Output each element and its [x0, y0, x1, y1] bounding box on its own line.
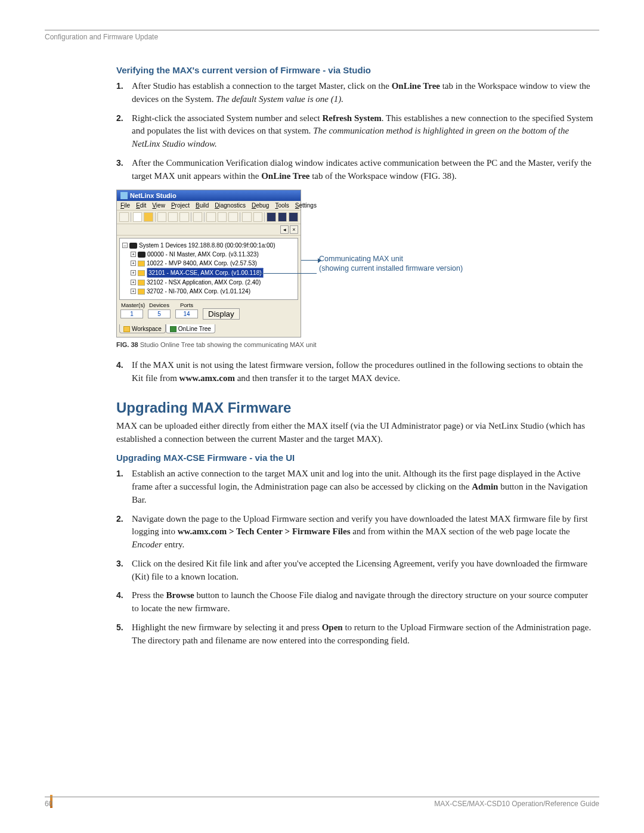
figure-caption: FIG. 38 Studio Online Tree tab showing t… [116, 341, 593, 348]
devices-count: Devices5 [148, 309, 171, 318]
page-number: 60 [45, 800, 52, 808]
figure-window: NetLinx Studio File Edit View Project Bu… [116, 190, 301, 337]
figure-callout: Communicating MAX unit (showing current … [319, 254, 593, 274]
status-row: Master(s)1 Devices5 Ports14 Display [117, 302, 301, 322]
tree-item[interactable]: 32702 - NI-700, AMX Corp. (v1.01.124) [147, 287, 250, 296]
step-text: Establish an active connection to the ta… [132, 467, 593, 506]
step-text: Right-click the associated System number… [132, 112, 593, 151]
section-heading-upgrade: Upgrading MAX Firmware [116, 400, 593, 416]
step-num: 1. [116, 80, 132, 106]
workspace-tabs[interactable]: Workspace OnLine Tree [117, 322, 301, 337]
step-text: Navigate down the page to the Upload Fir… [132, 513, 593, 552]
menu-build[interactable]: Build [196, 202, 209, 209]
glasses-icon[interactable] [133, 212, 143, 222]
tab-online-tree[interactable]: OnLine Tree [166, 324, 215, 333]
step-num: 5. [116, 621, 132, 648]
tree-item[interactable]: 10022 - MVP 8400, AMX Corp. (v2.57.53) [147, 259, 257, 268]
panel1-icon[interactable] [267, 212, 276, 222]
step-num: 2. [116, 112, 132, 151]
steps-list-2: 1. Establish an active connection to the… [116, 467, 593, 647]
expand-icon[interactable]: + [131, 270, 136, 275]
pane-navbar[interactable]: ◂ × [117, 224, 301, 236]
tab-workspace[interactable]: Workspace [119, 324, 166, 333]
display-button[interactable]: Display [203, 308, 240, 320]
steps-list-1: 1. After Studio has establish a connecti… [116, 80, 593, 182]
tree-item[interactable]: 00000 - NI Master, AMX Corp. (v3.11.323) [147, 250, 259, 259]
section-heading-verify: Verifying the MAX's current version of F… [116, 65, 593, 75]
window-titlebar: NetLinx Studio [117, 190, 301, 201]
step-num: 1. [116, 467, 132, 506]
device-icon [138, 261, 145, 267]
cut-icon[interactable] [206, 212, 216, 222]
panel3-icon[interactable] [289, 212, 298, 222]
toolbar[interactable] [117, 210, 301, 224]
tree-icon [170, 326, 177, 332]
home-icon[interactable] [157, 212, 167, 222]
device-icon [138, 289, 145, 295]
device-tree[interactable]: –System 1 Devices 192.188.8.80 (00:00:9f… [119, 238, 298, 300]
step-text: If the MAX unit is not using the latest … [132, 359, 593, 385]
steps-list-1b: 4. If the MAX unit is not using the late… [116, 359, 593, 385]
device-icon [138, 280, 145, 286]
step-num: 4. [116, 589, 132, 615]
paste-icon[interactable] [228, 212, 238, 222]
menu-edit[interactable]: Edit [136, 202, 146, 209]
step-num: 3. [116, 157, 132, 183]
menu-tools[interactable]: Tools [275, 202, 289, 209]
expand-icon[interactable]: + [131, 280, 136, 285]
menu-project[interactable]: Project [171, 202, 190, 209]
step-num: 3. [116, 558, 132, 584]
step-text: Click on the desired Kit file link and a… [132, 558, 593, 584]
menu-settings[interactable]: Settings [295, 202, 317, 209]
menu-file[interactable]: File [120, 202, 130, 209]
expand-icon[interactable]: + [131, 252, 136, 257]
breadcrumb: Configuration and Firmware Update [45, 33, 599, 41]
step-text: Press the Browse button to launch the Ch… [132, 589, 593, 615]
page-footer: 60 MAX-CSE/MAX-CSD10 Operation/Reference… [45, 797, 599, 808]
step-text: After Studio has establish a connection … [132, 80, 593, 106]
system-icon [129, 243, 137, 249]
menubar[interactable]: File Edit View Project Build Diagnostics… [117, 201, 301, 210]
folder-icon [123, 326, 130, 332]
device-icon [138, 252, 145, 258]
window-title: NetLinx Studio [130, 192, 177, 199]
doc-title: MAX-CSE/MAX-CSD10 Operation/Reference Gu… [434, 800, 599, 808]
expand-icon[interactable]: + [131, 289, 136, 294]
step-num: 2. [116, 513, 132, 552]
tree-item[interactable]: 32102 - NSX Application, AMX Corp. (2.40… [147, 278, 261, 287]
close-pane-icon[interactable]: × [290, 225, 298, 234]
intro-paragraph: MAX can be uploaded either directly from… [116, 420, 593, 446]
masters-count: Master(s)1 [120, 309, 143, 318]
new-icon[interactable] [119, 212, 129, 222]
step-num: 4. [116, 359, 132, 385]
tree-root[interactable]: System 1 Devices 192.188.8.80 (00:00:9f:… [139, 241, 275, 250]
expand-icon[interactable]: + [131, 261, 136, 266]
collapse-icon[interactable]: – [122, 243, 128, 248]
menu-diagnostics[interactable]: Diagnostics [215, 202, 246, 209]
menu-debug[interactable]: Debug [252, 202, 269, 209]
callout-arrow [257, 273, 317, 274]
ports-count: Ports14 [175, 309, 198, 318]
device-icon [138, 270, 145, 276]
menu-view[interactable]: View [152, 202, 165, 209]
step-text: After the Communication Verification dia… [132, 157, 593, 183]
open-icon[interactable] [144, 212, 153, 222]
undo-icon[interactable] [242, 212, 252, 222]
panel2-icon[interactable] [278, 212, 287, 222]
print-icon[interactable] [193, 212, 203, 222]
step-text: Highlight the new firmware by selecting … [132, 621, 593, 648]
redo-icon[interactable] [253, 212, 263, 222]
scroll-left-icon[interactable]: ◂ [280, 225, 289, 234]
copy-icon[interactable] [218, 212, 227, 222]
app-icon [120, 192, 128, 199]
saveall-icon[interactable] [179, 212, 189, 222]
save-icon[interactable] [168, 212, 178, 222]
section-heading-upgrade-ui: Upgrading MAX-CSE Firmware - via the UI [116, 453, 593, 463]
